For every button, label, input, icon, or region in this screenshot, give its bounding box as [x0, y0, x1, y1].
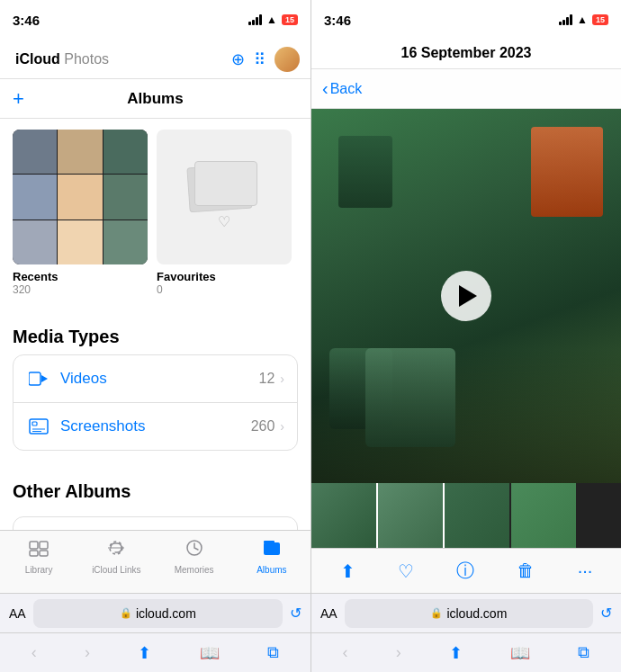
favourites-thumbnail: ♡	[157, 130, 292, 264]
tab-icloud-links-label: iCloud Links	[92, 565, 140, 575]
tab-memories-label: Memories	[175, 565, 214, 575]
tab-albums-label: Albums	[256, 565, 286, 575]
icloud-label: iCloud Photos	[15, 51, 109, 67]
video-icon	[26, 366, 51, 391]
svg-rect-3	[32, 422, 37, 426]
videos-item[interactable]: Videos 12 ›	[14, 355, 297, 403]
status-icons-left: ▲ 15	[248, 13, 298, 26]
heart-icon: ♡	[218, 213, 230, 230]
film-cell-2[interactable]	[378, 483, 443, 548]
add-icon[interactable]: ⊕	[231, 49, 245, 69]
film-cell-1[interactable]	[311, 483, 376, 548]
share-action-btn[interactable]: ⬆	[335, 555, 361, 587]
tab-memories[interactable]: Memories	[156, 538, 233, 575]
lock-icon-right: 🔒	[430, 607, 443, 619]
recents-cell-2	[58, 130, 102, 174]
memories-icon	[184, 538, 205, 563]
recents-cell-4	[13, 175, 57, 219]
album-recents[interactable]: Recents 320	[13, 130, 148, 296]
videos-count: 12	[259, 371, 275, 387]
time-left: 3:46	[13, 13, 40, 28]
scroll-content[interactable]: Recents 320 ♡ Favourites 0 Media Types	[0, 119, 310, 530]
date-title: 16 September 2023	[311, 45, 621, 61]
trash-action-btn[interactable]: 🗑	[511, 555, 540, 587]
tabs-btn-right[interactable]: ⧉	[571, 640, 597, 666]
recents-cell-3	[104, 130, 148, 174]
videos-label: Videos	[60, 370, 259, 388]
video-area[interactable]	[311, 109, 621, 483]
videos-chevron: ›	[280, 372, 284, 386]
url-text-left: icloud.com	[136, 606, 196, 621]
forward-btn-right[interactable]: ›	[389, 640, 409, 666]
status-bar-left: 3:46 ▲ 15	[0, 0, 310, 40]
play-button[interactable]	[441, 271, 491, 321]
wifi-icon-right: ▲	[577, 13, 588, 26]
date-header: 16 September 2023	[311, 40, 621, 69]
heart-action-btn[interactable]: ♡	[392, 555, 419, 587]
back-btn-right[interactable]: ‹	[336, 640, 356, 666]
share-btn-left[interactable]: ⬆	[130, 640, 158, 667]
more-action-btn[interactable]: ···	[572, 555, 598, 587]
svg-rect-20	[264, 541, 274, 543]
tab-bar: Library iCloud Links Memories	[0, 530, 310, 593]
album-grid: Recents 320 ♡ Favourites 0	[0, 119, 310, 310]
right-panel: 3:46 ▲ 15 16 September 2023 ‹ Back	[310, 0, 621, 672]
reload-btn-left[interactable]: ↺	[290, 605, 302, 622]
tabs-btn-left[interactable]: ⧉	[260, 640, 286, 666]
play-icon	[459, 285, 477, 307]
svg-rect-14	[30, 551, 38, 556]
info-action-btn[interactable]: ⓘ	[451, 553, 480, 588]
svg-rect-19	[264, 542, 280, 555]
plus-button[interactable]: +	[13, 87, 24, 111]
film-cell-4[interactable]	[511, 483, 576, 548]
albums-title: Albums	[127, 90, 183, 108]
film-strip[interactable]	[311, 483, 621, 548]
recents-cell-8	[58, 220, 102, 264]
screenshots-item[interactable]: Screenshots 260 ›	[14, 403, 297, 450]
back-label: Back	[330, 81, 363, 97]
grid-icon[interactable]: ⠿	[254, 49, 266, 69]
recents-cell-9	[104, 220, 148, 264]
recents-thumbnail	[13, 130, 148, 264]
favourites-count: 0	[157, 283, 292, 296]
back-btn-left[interactable]: ‹	[24, 640, 44, 666]
bookmarks-btn-left[interactable]: 📖	[193, 640, 227, 667]
media-types-list: Videos 12 › Screenshots 260 ›	[13, 354, 298, 451]
tab-icloud-links[interactable]: iCloud Links	[77, 538, 155, 575]
aa-text-left[interactable]: AA	[9, 606, 26, 621]
media-types-title: Media Types	[13, 327, 120, 346]
aa-text-right[interactable]: AA	[320, 606, 338, 621]
signal-icon	[248, 14, 262, 25]
url-pill-left[interactable]: 🔒 icloud.com	[33, 599, 283, 628]
svg-marker-1	[41, 375, 48, 382]
url-text-right: icloud.com	[446, 606, 507, 621]
right-top-nav: ‹ Back	[311, 69, 621, 109]
share-btn-right[interactable]: ⬆	[442, 640, 470, 667]
recents-cell-7	[13, 220, 57, 264]
back-button[interactable]: ‹ Back	[322, 78, 362, 99]
media-types-section-header: Media Types	[0, 310, 310, 354]
avatar[interactable]	[274, 47, 300, 72]
browser-bar-right: AA 🔒 icloud.com ↺	[311, 593, 621, 632]
bookmarks-btn-right[interactable]: 📖	[503, 640, 537, 667]
tab-library[interactable]: Library	[0, 538, 77, 575]
recents-name: Recents	[13, 270, 148, 283]
forward-btn-left[interactable]: ›	[77, 640, 97, 666]
recents-cell-5	[58, 175, 102, 219]
screenshots-label: Screenshots	[60, 417, 251, 435]
film-cell-3[interactable]	[445, 483, 509, 548]
hidden-item[interactable]: Hidden 0 ›	[14, 517, 297, 530]
time-right: 3:46	[324, 13, 351, 28]
url-pill-right[interactable]: 🔒 icloud.com	[345, 599, 593, 628]
tab-albums[interactable]: Albums	[233, 538, 310, 575]
svg-rect-13	[40, 542, 48, 549]
album-favourites[interactable]: ♡ Favourites 0	[157, 130, 292, 296]
top-nav-left: iCloud Photos ⊕ ⠿	[0, 40, 310, 79]
back-chevron-icon: ‹	[322, 78, 328, 99]
albums-header: + Albums	[0, 79, 310, 119]
battery-right: 15	[592, 14, 608, 25]
screenshots-count: 260	[251, 418, 275, 435]
fav-card-2	[194, 161, 257, 206]
reload-btn-right[interactable]: ↺	[600, 605, 612, 622]
status-icons-right: ▲ 15	[559, 13, 608, 26]
